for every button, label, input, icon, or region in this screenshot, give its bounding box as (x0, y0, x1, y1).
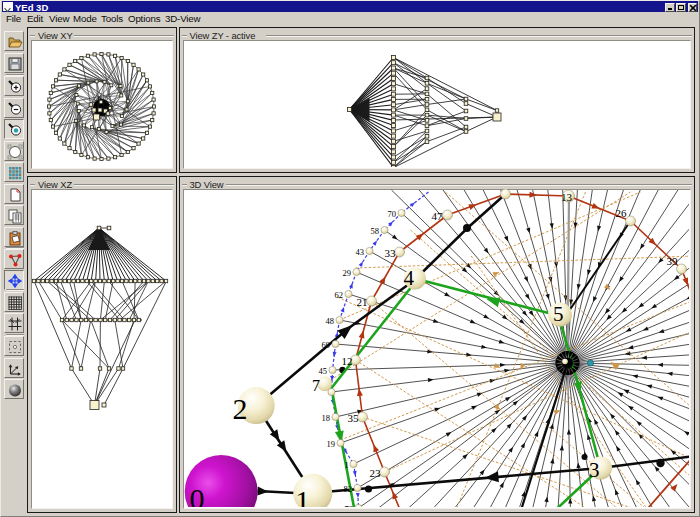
svg-text:70: 70 (387, 209, 396, 219)
svg-text:18: 18 (321, 413, 330, 423)
svg-text:23: 23 (369, 467, 381, 479)
svg-text:58: 58 (370, 226, 379, 236)
svg-text:2: 2 (232, 392, 247, 425)
svg-text:19: 19 (326, 439, 335, 449)
svg-text:13: 13 (561, 191, 573, 203)
svg-text:26: 26 (615, 207, 627, 219)
svg-text:45: 45 (318, 366, 327, 376)
svg-text:78: 78 (344, 504, 353, 507)
svg-text:21: 21 (356, 296, 367, 308)
svg-text:1: 1 (295, 484, 310, 508)
svg-text:69: 69 (321, 340, 330, 350)
svg-text:4: 4 (403, 266, 414, 290)
svg-text:12: 12 (341, 355, 352, 367)
svg-text:7: 7 (312, 377, 320, 394)
svg-text:47: 47 (431, 210, 443, 222)
svg-text:39: 39 (666, 255, 678, 267)
svg-text:82: 82 (343, 484, 352, 494)
svg-text:29: 29 (342, 268, 351, 278)
svg-text:33: 33 (384, 247, 396, 259)
svg-text:48: 48 (325, 316, 334, 326)
svg-text:1: 1 (344, 460, 348, 470)
svg-text:62: 62 (334, 290, 343, 300)
svg-text:0: 0 (189, 482, 204, 507)
svg-text:5: 5 (553, 302, 564, 326)
svg-text:35: 35 (347, 412, 359, 424)
svg-text:43: 43 (355, 247, 364, 257)
svg-text:3: 3 (589, 458, 600, 482)
